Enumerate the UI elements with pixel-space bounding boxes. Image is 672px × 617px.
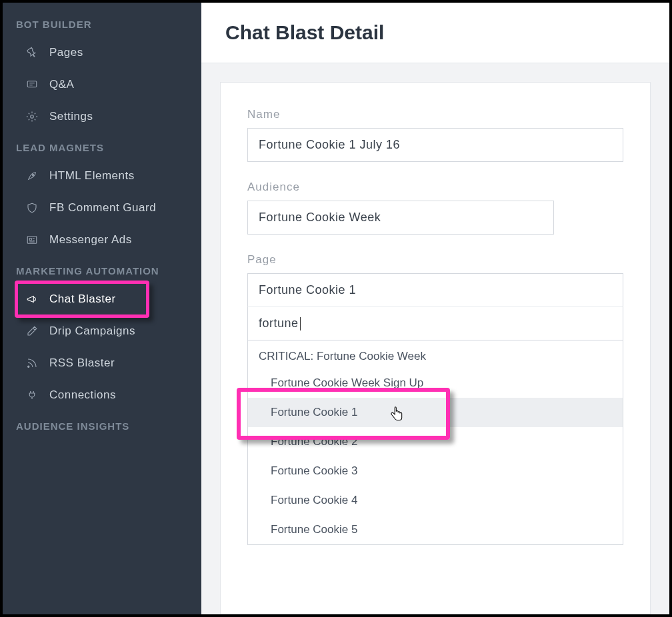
sidebar-item-label: Drip Campaigns [49, 324, 135, 338]
dropdown-option[interactable]: Fortune Cookie 2 [248, 427, 623, 456]
sidebar-item-label: Connections [49, 388, 116, 402]
dropdown-option[interactable]: Fortune Cookie 5 [248, 515, 623, 544]
audience-input[interactable] [247, 201, 554, 235]
dropdown-option[interactable]: Fortune Cookie 4 [248, 486, 623, 515]
rocket-icon [25, 169, 39, 183]
page-selected-value[interactable]: Fortune Cookie 1 [247, 273, 623, 307]
field-audience: Audience [247, 181, 623, 235]
sidebar-section-bot-builder: BOT BUILDER [3, 9, 201, 37]
sidebar-item-label: Pages [49, 46, 83, 59]
dropdown-group-label: CRITICAL: Fortune Cookie Week [248, 340, 623, 368]
sidebar-section-lead-magnets: LEAD MAGNETS [3, 133, 201, 160]
sidebar-item-label: RSS Blaster [49, 356, 115, 370]
sidebar-item-messenger-ads[interactable]: Messenger Ads [3, 224, 201, 256]
newspaper-icon [25, 233, 39, 247]
sidebar-section-audience-insights: AUDIENCE INSIGHTS [3, 411, 201, 438]
gear-icon [25, 110, 39, 123]
name-input[interactable] [247, 128, 623, 162]
app-frame: BOT BUILDER Pages Q&A Settings LEAD MAGN… [0, 0, 672, 617]
sidebar-item-label: Messenger Ads [49, 233, 132, 247]
page-search-input[interactable]: fortune [247, 307, 623, 340]
svg-point-4 [28, 366, 29, 367]
text-caret [300, 317, 301, 330]
megaphone-icon [25, 293, 39, 306]
dropdown-option[interactable]: Fortune Cookie 3 [248, 456, 623, 486]
sidebar: BOT BUILDER Pages Q&A Settings LEAD MAGN… [3, 3, 201, 614]
main-panel: Chat Blast Detail Name Audience Page For… [201, 3, 669, 614]
sidebar-item-qa[interactable]: Q&A [3, 69, 201, 101]
audience-label: Audience [247, 181, 623, 194]
sidebar-item-connections[interactable]: Connections [3, 379, 201, 411]
rss-icon [25, 356, 39, 370]
eyedropper-icon [25, 324, 39, 338]
name-label: Name [247, 108, 623, 121]
svg-point-1 [31, 115, 34, 119]
svg-rect-3 [27, 237, 37, 244]
page-title: Chat Blast Detail [201, 3, 669, 63]
form-card: Name Audience Page Fortune Cookie 1 fort… [220, 82, 651, 614]
pushpin-icon [25, 46, 39, 59]
dropdown-option[interactable]: Fortune Cookie 1 [248, 398, 623, 427]
plug-icon [25, 388, 39, 402]
sidebar-item-label: Settings [49, 110, 93, 123]
sidebar-item-label: FB Comment Guard [49, 201, 156, 215]
page-dropdown: CRITICAL: Fortune Cookie Week Fortune Co… [247, 340, 623, 545]
sidebar-item-label: HTML Elements [49, 169, 135, 183]
sidebar-item-label: Chat Blaster [49, 293, 116, 306]
sidebar-item-drip-campaigns[interactable]: Drip Campaigns [3, 315, 201, 347]
sidebar-item-label: Q&A [49, 78, 74, 91]
chat-icon [25, 78, 39, 91]
sidebar-item-chat-blaster[interactable]: Chat Blaster [3, 283, 201, 315]
svg-rect-0 [27, 81, 37, 87]
sidebar-item-pages[interactable]: Pages [3, 37, 201, 69]
sidebar-section-marketing-automation: MARKETING AUTOMATION [3, 256, 201, 283]
page-search-text: fortune [259, 316, 299, 330]
field-name: Name [247, 108, 623, 162]
dropdown-option[interactable]: Fortune Cookie Week Sign Up [248, 368, 623, 398]
shield-icon [25, 201, 39, 215]
sidebar-item-fb-comment-guard[interactable]: FB Comment Guard [3, 192, 201, 224]
page-label: Page [247, 253, 623, 267]
sidebar-item-html-elements[interactable]: HTML Elements [3, 160, 201, 192]
sidebar-item-rss-blaster[interactable]: RSS Blaster [3, 347, 201, 379]
field-page: Page Fortune Cookie 1 fortune CRITICAL: … [247, 253, 623, 545]
svg-point-2 [32, 174, 33, 175]
sidebar-item-settings[interactable]: Settings [3, 101, 201, 133]
